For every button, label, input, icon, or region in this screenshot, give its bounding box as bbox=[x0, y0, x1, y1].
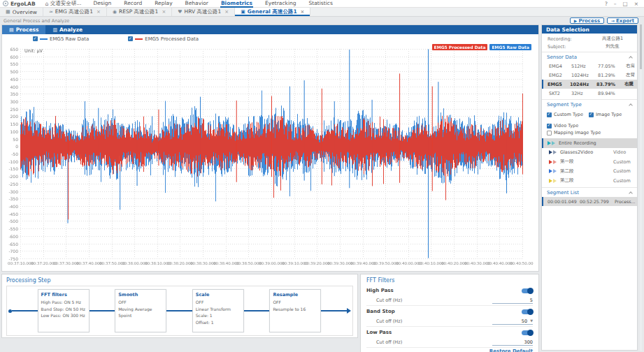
card-line: Offset: 1 bbox=[196, 319, 241, 326]
tab-label: HRV 高速公路1 bbox=[185, 8, 222, 15]
sidebar-title: Data Selection bbox=[542, 25, 637, 34]
sensor-row-skt2[interactable]: SKT232Hz89.94% bbox=[542, 89, 637, 98]
panel-tab-icon: ▥ bbox=[52, 27, 57, 33]
filter-toggle[interactable] bbox=[522, 309, 533, 314]
card-line: Low Pass: ON 300 Hz bbox=[41, 312, 86, 319]
tab-overview[interactable]: ▦Overview bbox=[0, 8, 43, 16]
flow-connector bbox=[12, 310, 38, 311]
card-title: Resample bbox=[273, 292, 317, 298]
subject-value: 刘先生 bbox=[588, 43, 637, 50]
export-icon: → bbox=[611, 18, 615, 23]
sensor-row-emg2[interactable]: EMG21024Hz81.29%左臂 bbox=[542, 71, 637, 80]
menu-item-design[interactable]: Design bbox=[92, 0, 112, 8]
segment-row-第三段[interactable]: 第三段Custom bbox=[542, 176, 637, 186]
restore-default-link[interactable]: Restore Default bbox=[366, 349, 533, 352]
flow-connector bbox=[244, 310, 270, 311]
panel-tab-analyze[interactable]: ▥Analyze bbox=[45, 25, 90, 34]
panel-tab-label: Analyze bbox=[59, 27, 83, 33]
segment-row-第二段[interactable]: 第二段Custom bbox=[542, 167, 637, 177]
process-analyze-panel: ▤Process▥Analyze EMG5 Raw DataEMG5 Proce… bbox=[1, 24, 539, 351]
menu-item-record[interactable]: Record bbox=[123, 0, 143, 8]
cutoff-select[interactable]: 50▼ bbox=[492, 318, 533, 325]
filter-cutoff-row: Cut off (Hz)5 bbox=[366, 295, 533, 306]
document-tabstrip: ▦Overview≈EMG 高速公路1×◉RESP 高速公路1×♥HRV 高速公… bbox=[0, 8, 644, 17]
segment-list-header[interactable]: Segment List bbox=[542, 187, 637, 197]
filter-toggle[interactable] bbox=[522, 288, 533, 293]
card-line: OFF bbox=[118, 299, 163, 306]
legend-item-emg5-raw-data: EMG5 Raw Data bbox=[33, 36, 89, 42]
cutoff-input[interactable]: 300 bbox=[492, 339, 533, 346]
app-logo-icon bbox=[3, 1, 8, 6]
processing-card-resample[interactable]: ResampleOFFResample to 16 bbox=[269, 289, 321, 332]
sensor-data-header[interactable]: Sensor Data bbox=[542, 52, 637, 61]
tab-close-icon[interactable]: × bbox=[224, 9, 229, 15]
segment-duration: 00:52:25.799 bbox=[580, 199, 615, 204]
tab-close-icon[interactable]: × bbox=[162, 9, 166, 15]
maximize-icon[interactable]: □ bbox=[623, 1, 628, 7]
segment-row-第一段[interactable]: 第一段Custom bbox=[542, 157, 637, 167]
type-filter-label: Image Type bbox=[596, 112, 622, 117]
segment-name: 第二段 bbox=[560, 168, 613, 175]
type-filter-checkbox[interactable] bbox=[547, 131, 552, 135]
cutoff-input[interactable]: 5 bbox=[492, 298, 533, 304]
export-button[interactable]: → Export bbox=[607, 17, 638, 24]
tab-emg-高速公路1[interactable]: ≈EMG 高速公路1× bbox=[43, 8, 107, 16]
menu-item-behavior[interactable]: Behavior bbox=[185, 0, 209, 8]
menu-item-eyetracking[interactable]: Eyetracking bbox=[264, 0, 296, 8]
segment-row-glasses2video[interactable]: Glasses2VideoVideo bbox=[542, 148, 637, 158]
sensor-row-emg5[interactable]: EMG51024Hz83.79%右腿 bbox=[542, 80, 637, 89]
segment-type-header[interactable]: Segment Type bbox=[542, 99, 637, 109]
segment-row-entire-recording[interactable]: Entire Recording bbox=[542, 138, 637, 148]
flag-icon bbox=[553, 179, 557, 183]
tab-close-icon[interactable]: × bbox=[96, 9, 101, 15]
filter-name: Low Pass bbox=[366, 330, 392, 335]
type-filter-checkbox[interactable] bbox=[589, 112, 594, 117]
legend-row: EMG5 Raw DataEMG5 Processed Data bbox=[2, 34, 538, 43]
tab-resp-高速公路1[interactable]: ◉RESP 高速公路1× bbox=[107, 8, 172, 16]
segment-list-row[interactable]: 00:00:01.04900:52:25.799Process... bbox=[542, 197, 637, 206]
breadcrumb-row: General Process and Analyze ▶ Process → … bbox=[0, 17, 644, 24]
tab-general-高速公路1[interactable]: ▣General 高速公路1× bbox=[235, 8, 310, 16]
tab-hrv-高速公路1[interactable]: ♥HRV 高速公路1× bbox=[172, 8, 235, 16]
processing-card-smooth[interactable]: SmoothOFFMoving Average5point bbox=[115, 289, 166, 332]
help-icon[interactable]: ? bbox=[605, 1, 608, 7]
sensor-position: 左臂 bbox=[626, 72, 637, 78]
filter-row-band-stop: Band Stop bbox=[366, 307, 533, 316]
sensor-quality: 89.94% bbox=[598, 91, 626, 96]
type-filter-checkbox[interactable] bbox=[547, 112, 552, 117]
sensor-name: EMG5 bbox=[548, 82, 570, 87]
legend-checkbox[interactable] bbox=[128, 36, 133, 41]
project-switcher[interactable]: ⌂ 交通安全研... bbox=[45, 0, 82, 7]
filter-toggle[interactable] bbox=[522, 330, 533, 335]
type-filter-checkbox[interactable] bbox=[547, 124, 552, 129]
sensor-row-emg4[interactable]: EMG4512Hz77.05%右肩 bbox=[542, 61, 637, 71]
menu-item-biometrics[interactable]: Biometrics bbox=[220, 0, 253, 8]
processing-card-scale[interactable]: ScaleOFFLinear TransformScale: 1Offset: … bbox=[192, 289, 244, 332]
legend-checkbox[interactable] bbox=[33, 36, 38, 41]
type-filter-label: Custom Type bbox=[554, 112, 583, 117]
series-badges: EMG5 Processed DataEMG5 Raw Data bbox=[432, 44, 531, 50]
emg-chart-canvas[interactable] bbox=[2, 43, 534, 268]
processing-flow: FFT filtersHigh Pass: ON 5 HzBand Stop: … bbox=[6, 286, 353, 336]
menu-item-replay[interactable]: Replay bbox=[154, 0, 173, 8]
tab-icon: ≈ bbox=[49, 9, 53, 15]
recording-row: Recording: 高速公路1 bbox=[542, 35, 637, 43]
processing-card-fft-filters[interactable]: FFT filtersHigh Pass: ON 5 HzBand Stop: … bbox=[38, 289, 90, 332]
titlebar: ErgoLAB ⌂ 交通安全研... DesignRecordReplayBeh… bbox=[0, 0, 644, 8]
sensor-rate: 512Hz bbox=[571, 64, 598, 69]
menu-item-statistics[interactable]: Statistics bbox=[308, 0, 334, 8]
close-icon[interactable]: × bbox=[634, 1, 638, 7]
home-icon: ⌂ bbox=[45, 1, 49, 7]
panel-tab-process[interactable]: ▤Process bbox=[2, 25, 45, 34]
sensor-position: 右肩 bbox=[626, 63, 637, 69]
sensor-quality: 83.79% bbox=[596, 82, 624, 87]
scrollbar-thumb[interactable] bbox=[640, 24, 642, 69]
tab-close-icon[interactable]: × bbox=[301, 9, 305, 15]
tab-icon: ♥ bbox=[178, 9, 182, 15]
process-button[interactable]: ▶ Process bbox=[570, 17, 604, 24]
card-line: High Pass: ON 5 Hz bbox=[41, 299, 86, 306]
process-icon: ▶ bbox=[574, 18, 578, 23]
segment-name: Glasses2Video bbox=[560, 149, 613, 155]
chart-area: EMG5 Processed DataEMG5 Raw Data bbox=[2, 43, 538, 271]
minimize-icon[interactable]: – bbox=[614, 1, 617, 7]
